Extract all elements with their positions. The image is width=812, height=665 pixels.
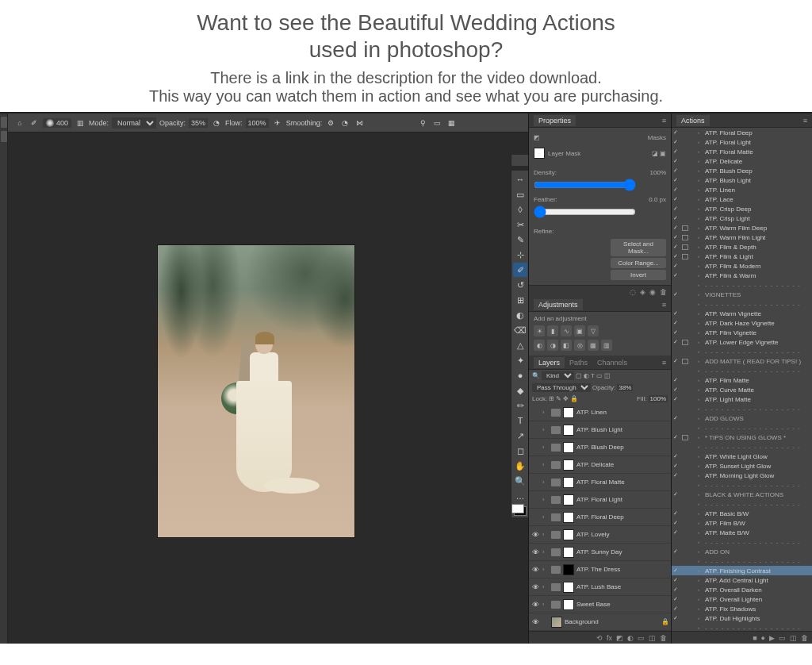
check-icon[interactable]: ✓ bbox=[673, 244, 680, 250]
pressure-size-icon[interactable]: ◔ bbox=[339, 117, 350, 129]
feather-value[interactable]: 0.0 px bbox=[649, 196, 666, 203]
tool-button[interactable]: ✎ bbox=[513, 233, 527, 247]
layer-mask-thumb[interactable] bbox=[563, 407, 574, 418]
action-item[interactable]: ✓›ATP. Crisp Deep bbox=[672, 204, 812, 213]
visibility-toggle-icon[interactable]: 👁 bbox=[530, 566, 540, 574]
check-icon[interactable]: ✓ bbox=[673, 186, 680, 193]
action-item[interactable]: ✓›ATP. Film & Warm bbox=[672, 271, 812, 280]
tool-button[interactable]: ↗ bbox=[513, 429, 527, 443]
check-icon[interactable]: ✓ bbox=[673, 167, 680, 174]
opacity-value[interactable]: 35% bbox=[189, 118, 208, 128]
check-icon[interactable]: ✓ bbox=[673, 148, 680, 155]
airbrush-icon[interactable]: ✈ bbox=[272, 117, 283, 129]
check-icon[interactable]: ✓ bbox=[673, 463, 680, 469]
tool-button[interactable]: ◐ bbox=[513, 308, 527, 322]
action-item[interactable]: ✓›ATP. Dull Highlights bbox=[672, 613, 812, 623]
filter-smart-icon[interactable]: ◫ bbox=[604, 372, 611, 379]
action-item[interactable]: ✓›ATP. Fix Shadows bbox=[672, 604, 812, 613]
layer-mask-thumb[interactable] bbox=[563, 442, 574, 453]
check-icon[interactable]: ✓ bbox=[673, 567, 680, 574]
tool-button[interactable]: ✋ bbox=[513, 459, 527, 473]
panel-menu-icon[interactable]: ≡ bbox=[803, 117, 807, 125]
mask-buttons[interactable]: ◪ ▣ bbox=[652, 150, 666, 157]
check-icon[interactable]: ✓ bbox=[673, 234, 680, 240]
tool-button[interactable]: ✐ bbox=[513, 263, 527, 277]
dialog-toggle-icon[interactable] bbox=[682, 435, 688, 440]
action-item[interactable]: ✓›ATP. Blush Deep bbox=[672, 166, 812, 175]
layer-row[interactable]: ›ATP. Floral Matte bbox=[529, 474, 671, 491]
check-icon[interactable]: ✓ bbox=[673, 605, 680, 612]
check-icon[interactable]: ✓ bbox=[673, 386, 680, 393]
new-adjustment-icon[interactable]: ◐ bbox=[627, 634, 634, 642]
layer-row[interactable]: 👁›ATP. Sunny Day bbox=[529, 544, 671, 561]
check-icon[interactable]: ✓ bbox=[673, 586, 680, 593]
action-item[interactable]: ✓›ATP. Dark Haze Vignette bbox=[672, 318, 812, 328]
stop-icon[interactable]: ■ bbox=[753, 634, 756, 642]
layer-filter-select[interactable]: Kind bbox=[542, 371, 574, 380]
lock-pixels-icon[interactable]: ✎ bbox=[556, 395, 561, 402]
color-balance-icon[interactable]: ◑ bbox=[547, 340, 558, 351]
add-mask-icon[interactable]: ◩ bbox=[616, 634, 623, 642]
bw-icon[interactable]: ◧ bbox=[561, 340, 572, 351]
check-icon[interactable]: ✓ bbox=[673, 329, 680, 336]
layer-row[interactable]: ›ATP. Linen bbox=[529, 404, 671, 421]
delete-mask-icon[interactable]: 🗑 bbox=[660, 288, 667, 296]
background-layer[interactable]: 👁Background🔒 bbox=[529, 613, 671, 631]
action-group[interactable]: ✓›ADD ON bbox=[672, 547, 812, 556]
check-icon[interactable]: ✓ bbox=[673, 291, 680, 298]
color-lookup-icon[interactable]: ▥ bbox=[601, 340, 612, 351]
action-group[interactable]: ✓›* TIPS ON USING GLOWS * bbox=[672, 432, 812, 442]
action-item[interactable]: ✓›ATP. Curve Matte bbox=[672, 385, 812, 394]
dialog-toggle-icon[interactable] bbox=[682, 254, 688, 259]
check-icon[interactable]: ✓ bbox=[673, 577, 680, 583]
tool-button[interactable]: ◆ bbox=[513, 383, 527, 398]
hue-sat-icon[interactable]: ◐ bbox=[534, 340, 545, 351]
check-icon[interactable]: ✓ bbox=[673, 225, 680, 231]
link-layers-icon[interactable]: ⟲ bbox=[596, 634, 603, 642]
layer-row[interactable]: 👁›ATP. The Dress bbox=[529, 561, 671, 579]
channel-mixer-icon[interactable]: ▦ bbox=[588, 340, 599, 351]
check-icon[interactable]: ✓ bbox=[673, 320, 680, 326]
density-slider[interactable] bbox=[534, 179, 636, 191]
layer-mask-thumb[interactable] bbox=[563, 477, 574, 488]
visibility-toggle-icon[interactable]: 👁 bbox=[530, 618, 540, 626]
filter-adj-icon[interactable]: ◐ bbox=[584, 372, 589, 379]
layer-row[interactable]: ›ATP. Floral Deep bbox=[529, 509, 671, 526]
new-layer-icon[interactable]: ◫ bbox=[649, 634, 656, 642]
action-item[interactable]: ✓›ATP. Light Matte bbox=[672, 394, 812, 404]
layer-mask-thumb[interactable] bbox=[563, 582, 574, 593]
action-item[interactable]: ✓›ATP. Blush Light bbox=[672, 175, 812, 185]
action-item[interactable]: ✓›ATP. Lower Edge Vignette bbox=[672, 337, 812, 347]
layer-mask-thumb[interactable] bbox=[563, 564, 574, 575]
action-item[interactable]: ✓›ATP. Floral Deep bbox=[672, 128, 812, 137]
blend-mode-select[interactable]: Normal bbox=[112, 117, 156, 129]
delete-layer-icon[interactable]: 🗑 bbox=[660, 634, 667, 642]
action-item[interactable]: ✓›ATP. Overall Darken bbox=[672, 585, 812, 594]
document-canvas[interactable]: ↔▭◊✂✎⊹✐↺⊞◐⌫△✦●◆✏T↗◻✋🔍… bbox=[8, 133, 528, 644]
layer-mask-thumb[interactable] bbox=[534, 148, 545, 159]
action-item[interactable]: ✓›ATP. Warm Vignette bbox=[672, 309, 812, 318]
feather-slider[interactable] bbox=[534, 206, 636, 218]
layer-row[interactable]: 👁›ATP. Lovely bbox=[529, 526, 671, 544]
check-icon[interactable]: ✓ bbox=[673, 396, 680, 402]
share-icon[interactable]: ▭ bbox=[431, 117, 442, 129]
action-item[interactable]: ✓›ATP. Lace bbox=[672, 194, 812, 204]
action-item[interactable]: ✓›ATP. Sunset Light Glow bbox=[672, 461, 812, 471]
select-and-mask-button[interactable]: Select and Mask... bbox=[611, 239, 666, 256]
tool-button[interactable]: ⊞ bbox=[513, 293, 527, 307]
action-item[interactable]: ✓›ATP. Warm Film Deep bbox=[672, 223, 812, 233]
pressure-opacity-icon[interactable]: ◔ bbox=[211, 117, 222, 129]
tool-button[interactable]: ✂ bbox=[513, 217, 527, 232]
check-icon[interactable]: ✓ bbox=[673, 453, 680, 459]
curves-icon[interactable]: ∿ bbox=[561, 325, 572, 336]
tool-button[interactable]: ▭ bbox=[513, 187, 527, 202]
layer-mask-thumb[interactable] bbox=[563, 425, 574, 436]
check-icon[interactable]: ✓ bbox=[673, 129, 680, 136]
levels-icon[interactable]: ▮ bbox=[547, 325, 558, 336]
check-icon[interactable]: ✓ bbox=[673, 596, 680, 602]
visibility-toggle-icon[interactable]: 👁 bbox=[530, 548, 540, 556]
layers-tab[interactable]: Layers bbox=[534, 357, 565, 368]
tool-button[interactable]: 🔍 bbox=[513, 474, 527, 488]
exposure-icon[interactable]: ▣ bbox=[574, 325, 585, 336]
vibrance-icon[interactable]: ▽ bbox=[588, 325, 599, 336]
